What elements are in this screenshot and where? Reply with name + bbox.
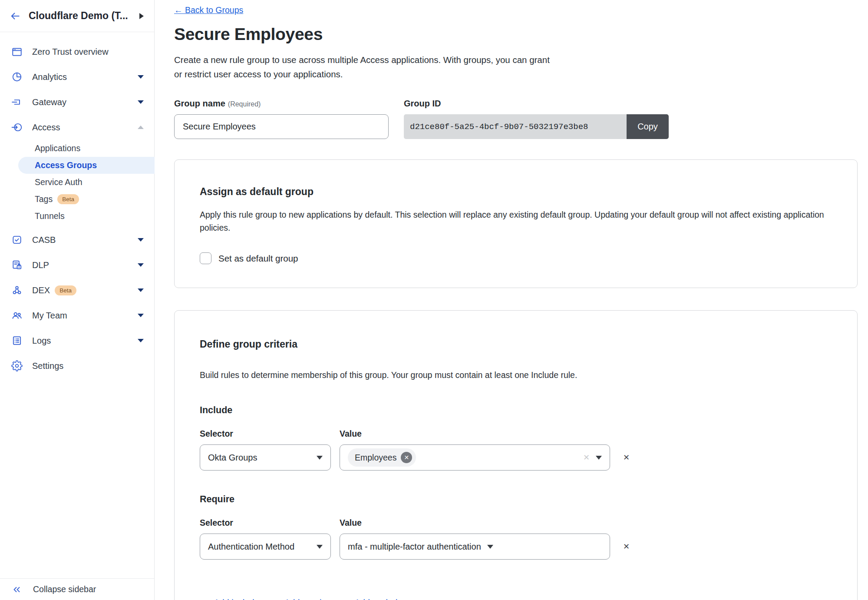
chevron-down-icon [138, 288, 144, 292]
sidebar-subitem-label: Applications [35, 143, 80, 153]
remove-include-rule-button[interactable]: ✕ [623, 453, 630, 462]
group-name-field-group: Group name(Required) [174, 99, 389, 139]
selector-label: Selector [200, 429, 340, 439]
group-form-row: Group name(Required) Group ID d21ce80f-5… [174, 99, 868, 139]
people-icon [11, 310, 23, 321]
page-description-line1: Create a new rule group to use across mu… [174, 53, 868, 67]
sidebar-item-my-team[interactable]: My Team [0, 303, 154, 328]
sidebar-subitem-label: Service Auth [35, 177, 82, 187]
page-title: Secure Employees [174, 25, 868, 44]
sidebar-nav: Zero Trust overview Analytics Gateway [0, 32, 154, 378]
clear-value-icon[interactable]: ✕ [583, 453, 590, 462]
sidebar-item-applications[interactable]: Applications [0, 140, 154, 157]
chevron-down-icon [317, 456, 323, 460]
require-section-label: Require [200, 494, 832, 505]
sidebar-footer: Collapse sidebar [0, 578, 154, 600]
double-chevron-left-icon [11, 584, 22, 595]
sidebar-header: Cloudflare Demo (T... [0, 0, 154, 32]
chevron-down-icon [487, 545, 493, 549]
sidebar-item-label: My Team [32, 311, 67, 321]
card-title: Assign as default group [200, 186, 832, 198]
set-default-group-checkbox-row[interactable]: Set as default group [200, 252, 832, 264]
list-document-icon [11, 335, 23, 346]
sidebar-item-label: Settings [32, 361, 63, 371]
value-label: Value [340, 429, 362, 439]
sidebar-item-analytics[interactable]: Analytics [0, 64, 154, 90]
beta-badge: Beta [55, 285, 76, 295]
include-selector-value: Okta Groups [208, 453, 257, 463]
include-selector-dropdown[interactable]: Okta Groups [200, 444, 331, 471]
required-hint: (Required) [228, 100, 261, 108]
tag-remove-icon[interactable]: ✕ [401, 452, 412, 463]
sidebar-item-gateway[interactable]: Gateway [0, 90, 154, 115]
app-window: Cloudflare Demo (T... Zero Trust overvie… [0, 0, 868, 600]
sidebar-item-tunnels[interactable]: Tunnels [0, 208, 154, 225]
chevron-up-icon [138, 126, 144, 129]
pie-chart-icon [11, 71, 23, 83]
sidebar-item-tags[interactable]: Tags Beta [0, 191, 154, 208]
card-title: Define group criteria [200, 338, 832, 350]
add-rule-links: + Add include + Add require + Add exclud… [207, 598, 832, 600]
chevron-down-icon [596, 456, 602, 460]
sidebar-item-service-auth[interactable]: Service Auth [0, 174, 154, 191]
sidebar-item-dex[interactable]: DEX Beta [0, 278, 154, 303]
collapse-sidebar-label: Collapse sidebar [33, 584, 96, 594]
sidebar-subitem-label: Access Groups [35, 160, 97, 170]
set-default-group-checkbox[interactable] [200, 252, 211, 264]
window-icon [11, 46, 23, 57]
sidebar-item-label: CASB [32, 235, 56, 245]
page-description-line2: or restrict user access to your applicat… [174, 67, 868, 81]
selector-label: Selector [200, 518, 340, 528]
sidebar-item-zero-trust-overview[interactable]: Zero Trust overview [0, 39, 154, 64]
beta-badge: Beta [57, 194, 79, 204]
sidebar-item-label: DEX [32, 285, 50, 295]
card-description: Apply this rule group to new application… [200, 208, 825, 234]
casb-icon [11, 234, 23, 245]
sidebar: Cloudflare Demo (T... Zero Trust overvie… [0, 0, 155, 600]
main-content: ← Back to Groups Secure Employees Create… [155, 0, 868, 600]
group-id-value: d21ce80f-5a25-4bcf-9b07-5032197e3be8 [404, 114, 627, 139]
sidebar-item-label: DLP [32, 260, 49, 270]
chevron-down-icon [138, 263, 144, 267]
require-selector-dropdown[interactable]: Authentication Method [200, 534, 331, 560]
chevron-down-icon [138, 314, 144, 317]
set-default-group-label: Set as default group [218, 253, 298, 264]
copy-button[interactable]: Copy [627, 114, 669, 139]
account-name: Cloudflare Demo (T... [29, 10, 139, 22]
sidebar-item-logs[interactable]: Logs [0, 328, 154, 353]
group-name-input[interactable] [174, 114, 389, 139]
remove-require-rule-button[interactable]: ✕ [623, 542, 630, 551]
sidebar-item-access-groups[interactable]: Access Groups [18, 157, 155, 174]
card-description: Build rules to determine membership of t… [200, 368, 825, 381]
sidebar-item-label: Gateway [32, 97, 66, 107]
back-to-groups-link[interactable]: ← Back to Groups [174, 5, 243, 15]
access-icon [11, 122, 23, 133]
sidebar-subitem-label: Tunnels [35, 211, 65, 221]
add-include-link[interactable]: + Add include [207, 598, 259, 600]
sidebar-item-settings[interactable]: Settings [0, 353, 154, 378]
group-name-label: Group name [174, 99, 225, 108]
include-value-multiselect[interactable]: Employees ✕ ✕ [340, 444, 610, 471]
gateway-icon [11, 96, 23, 108]
include-rule-row: Okta Groups Employees ✕ ✕ ✕ [200, 444, 832, 471]
chevron-down-icon [317, 545, 323, 549]
add-exclude-link[interactable]: + Add exclude [347, 598, 402, 600]
require-rule-row: Authentication Method mfa - multiple-fac… [200, 534, 832, 560]
add-require-link[interactable]: + Add require [277, 598, 330, 600]
page-description: Create a new rule group to use across mu… [174, 53, 868, 81]
sidebar-item-access[interactable]: Access [0, 115, 154, 140]
sidebar-item-dlp[interactable]: DLP [0, 252, 154, 278]
define-group-criteria-card: Define group criteria Build rules to det… [174, 310, 858, 600]
require-value-dropdown[interactable]: mfa - multiple-factor authentication [340, 534, 610, 560]
collapse-sidebar-button[interactable]: Collapse sidebar [0, 579, 154, 600]
sidebar-item-label: Logs [32, 336, 51, 346]
sidebar-item-label: Zero Trust overview [32, 47, 109, 57]
require-column-labels: Selector Value [200, 518, 832, 528]
group-id-field-group: Group ID d21ce80f-5a25-4bcf-9b07-5032197… [404, 99, 669, 139]
back-arrow-icon[interactable] [10, 10, 21, 22]
sidebar-item-label: Analytics [32, 72, 67, 82]
expand-account-icon[interactable] [139, 13, 144, 19]
sidebar-item-casb[interactable]: CASB [0, 227, 154, 252]
value-tag: Employees ✕ [348, 448, 416, 467]
include-section-label: Include [200, 405, 832, 416]
